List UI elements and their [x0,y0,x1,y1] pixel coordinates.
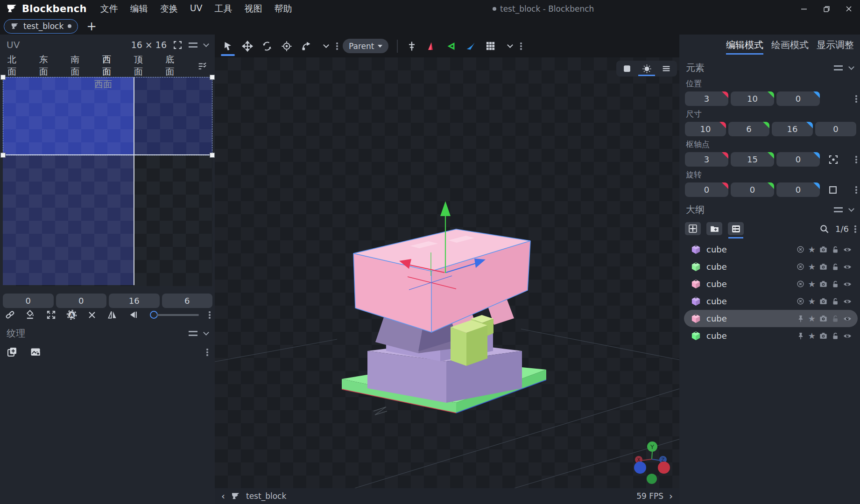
prev-project-icon[interactable]: ‹ [221,491,225,501]
uv-panel-menu-icon[interactable] [189,42,197,48]
minimize-button[interactable] [793,0,815,18]
mode-tab[interactable]: 编辑模式 [726,35,763,55]
project-tab[interactable]: test_block [4,19,78,34]
lighting-sun-icon[interactable] [637,61,656,77]
rotation-input[interactable]: 0 [685,182,728,197]
autouv-star-icon[interactable]: ★ [808,245,816,254]
lock-open-icon[interactable] [831,280,839,288]
grid-icon[interactable] [481,36,500,56]
menu-item[interactable]: 工具 [209,0,239,18]
outliner-row[interactable]: cube ★ [684,241,858,258]
toolbar-chevron-down-icon-2[interactable] [500,36,519,56]
export-toggle-icon[interactable] [796,262,805,271]
visibility-eye-icon[interactable] [843,314,852,323]
lock-open-icon[interactable] [831,315,839,323]
position-input[interactable]: 10 [731,91,774,106]
size-input[interactable]: 0 [815,122,856,136]
menu-item[interactable]: 变换 [154,0,184,18]
export-toggle-icon[interactable] [796,245,805,254]
cube-name[interactable]: cube [706,314,727,323]
texture-panel-menu-icon[interactable] [189,331,197,336]
outliner-panel-collapse-icon[interactable] [848,206,854,212]
uv-fill-bucket-icon[interactable] [25,309,36,320]
export-toggle-icon[interactable] [796,297,805,306]
statusbar-project-name[interactable]: test_block [246,491,286,501]
import-texture-icon[interactable] [30,346,41,357]
camera-icon[interactable] [819,297,828,306]
visibility-eye-icon[interactable] [843,262,852,272]
uv-slider-track[interactable] [157,314,199,316]
outliner-row[interactable]: cube ★ [684,327,858,344]
position-input[interactable]: 0 [776,91,820,106]
uv-mirror-x-icon[interactable] [107,309,118,320]
element-panel-collapse-icon[interactable] [848,64,854,70]
uv-coord-input[interactable]: 6 [162,294,213,308]
restore-button[interactable] [815,0,838,18]
size-input[interactable]: 10 [685,122,726,136]
toolbar-chevron-down-icon[interactable] [317,36,335,56]
autouv-star-icon[interactable]: ★ [808,263,816,271]
visibility-eye-icon[interactable] [843,280,852,289]
uv-clear-icon[interactable] [87,310,97,320]
pivot-input[interactable]: 0 [776,152,820,167]
pin-icon[interactable] [797,315,805,323]
shading-square-icon[interactable] [617,61,637,77]
uv-editor-canvas[interactable]: 西面 [3,77,212,286]
paint-mode-icon[interactable] [461,36,480,56]
uv-handle-bottom-right[interactable] [210,153,215,158]
toolbar-more-icon-2[interactable] [520,42,522,50]
pivot-input[interactable]: 3 [685,152,728,167]
menu-item[interactable]: 帮助 [268,0,298,18]
uv-face-area-lower[interactable] [3,155,134,285]
rotation-more-icon[interactable] [855,186,857,194]
uv-auto-uv-icon[interactable]: A [66,309,77,320]
mode-tab[interactable]: 显示调整 [817,35,854,55]
size-input[interactable]: 6 [728,122,769,136]
outliner-more-icon[interactable] [854,225,856,233]
lock-open-icon[interactable] [831,263,839,271]
texture-toolbar-more-icon[interactable] [206,348,208,356]
uv-handle-top-left[interactable] [0,75,6,80]
outliner-row[interactable]: cube ★ [684,310,858,327]
uv-handle-bottom-left[interactable] [0,153,6,158]
uv-mirror-y-icon[interactable] [127,309,138,320]
add-cube-button[interactable] [685,222,701,235]
pivot-more-icon[interactable] [855,155,857,163]
outliner-view-toggle[interactable] [728,222,744,235]
pin-icon[interactable] [797,332,805,340]
outliner-search-icon[interactable] [819,224,830,234]
autouv-star-icon[interactable]: ★ [808,297,816,306]
toolbar-more-icon[interactable] [336,42,338,50]
uv-link-icon[interactable] [5,309,15,320]
outliner-row[interactable]: cube ★ [684,258,858,275]
rotate-tool-icon[interactable] [258,36,276,56]
size-input[interactable]: 16 [772,122,813,136]
camera-icon[interactable] [819,314,828,323]
rotation-rescale-icon[interactable] [828,185,838,195]
uv-coord-input[interactable]: 16 [109,294,160,308]
uv-fullscreen-icon[interactable] [173,41,182,49]
mode-tab[interactable]: 绘画模式 [771,35,809,55]
viewport-3d[interactable]: Y X Z [215,57,679,488]
outliner-row[interactable]: cube ★ [684,275,858,293]
pivot-focus-icon[interactable] [828,154,839,165]
autouv-star-icon[interactable]: ★ [808,315,816,323]
new-tab-button[interactable]: + [85,20,99,32]
element-panel-menu-icon[interactable] [834,65,843,70]
camera-icon[interactable] [819,245,828,254]
cube-name[interactable]: cube [706,331,727,341]
rotation-input[interactable]: 0 [731,182,774,197]
center-view-icon[interactable] [402,36,421,56]
cube-name[interactable]: cube [706,279,727,289]
uv-toolbar-more-icon[interactable] [209,311,211,319]
add-group-button[interactable] [706,222,722,235]
camera-icon[interactable] [819,331,828,340]
close-button[interactable] [838,0,860,18]
menu-item[interactable]: UV [184,0,209,18]
uv-coord-input[interactable]: 0 [3,294,54,308]
rotation-space-dropdown[interactable]: Parent [343,39,388,53]
next-project-icon[interactable]: › [669,491,673,501]
uv-maximize-icon[interactable] [46,309,56,320]
autouv-star-icon[interactable]: ★ [808,332,816,340]
position-input[interactable]: 3 [685,91,728,106]
